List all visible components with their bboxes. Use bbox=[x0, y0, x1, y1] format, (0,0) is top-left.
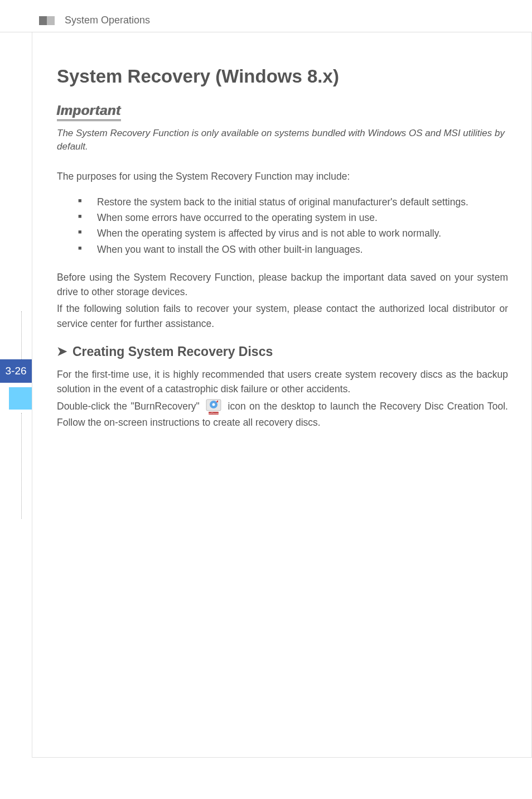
list-item: Restore the system back to the initial s… bbox=[78, 195, 508, 209]
decorative-dotted-line bbox=[21, 413, 22, 519]
decorative-dotted-line bbox=[21, 311, 22, 359]
double-click-instruction: Double-click the "BurnRecovery" BurnReco… bbox=[57, 398, 508, 430]
list-item: When you want to install the OS with oth… bbox=[78, 242, 508, 257]
svg-point-2 bbox=[212, 403, 215, 406]
main-heading: System Recovery (Windows 8.x) bbox=[57, 66, 508, 87]
chevron-right-icon: ➤ bbox=[57, 344, 67, 359]
burnrecovery-icon: BurnRecovery bbox=[205, 398, 222, 415]
section-title: System Operations bbox=[65, 15, 150, 26]
fallback-note: If the following solution fails to recov… bbox=[57, 301, 508, 331]
purposes-list: Restore the system back to the initial s… bbox=[78, 195, 508, 257]
page-number-tab: 3-26 bbox=[0, 359, 32, 383]
intro-paragraph: The purposes for using the System Recove… bbox=[57, 169, 508, 184]
list-item: When the operating system is affected by… bbox=[78, 226, 508, 240]
instruction-prefix: Double-click the "BurnRecovery" bbox=[57, 401, 200, 412]
list-item: When some errors have occurred to the op… bbox=[78, 210, 508, 225]
backup-warning: Before using the System Recovery Functio… bbox=[57, 270, 508, 300]
sub-heading: Creating System Recovery Discs bbox=[72, 344, 273, 359]
page-header: System Operations bbox=[0, 0, 532, 32]
important-note: The System Recovery Function is only ava… bbox=[57, 127, 508, 153]
sub-heading-row: ➤ Creating System Recovery Discs bbox=[57, 344, 508, 359]
decorative-blue-square bbox=[9, 387, 32, 410]
page-body: System Recovery (Windows 8.x) Important … bbox=[32, 32, 532, 758]
header-marker-icon bbox=[39, 16, 55, 25]
first-time-text: For the first-time use, it is highly rec… bbox=[57, 367, 508, 397]
important-label: Important bbox=[57, 103, 121, 121]
svg-text:BurnRecovery: BurnRecovery bbox=[207, 412, 220, 415]
